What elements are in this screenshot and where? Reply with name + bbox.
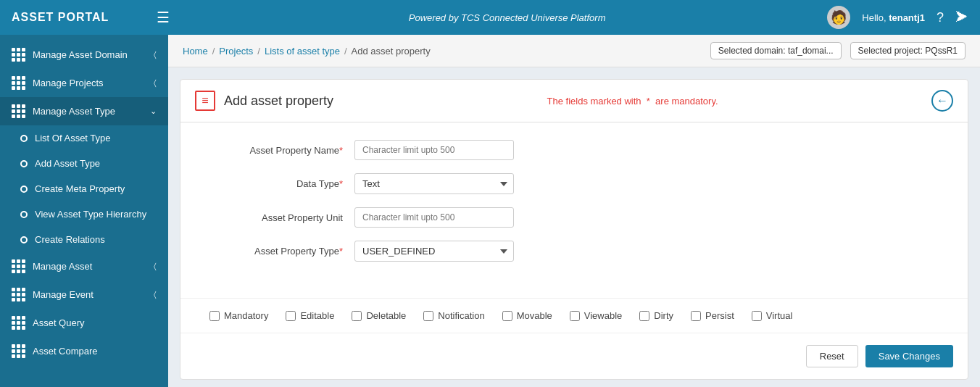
chevron-icon: 〈 bbox=[154, 290, 157, 299]
grid-icon bbox=[12, 76, 25, 90]
help-icon[interactable]: ? bbox=[937, 10, 944, 25]
sidebar-label: Asset Compare bbox=[33, 346, 98, 357]
form-row-name: Asset Property Name* bbox=[209, 140, 939, 160]
sidebar-item-manage-asset[interactable]: Manage Asset 〈 bbox=[0, 252, 168, 280]
sidebar-submenu: List Of Asset Type Add Asset Type Create… bbox=[0, 125, 168, 252]
sidebar-item-create-relations[interactable]: Create Relations bbox=[0, 227, 168, 252]
panel-icon bbox=[195, 91, 215, 111]
circle-icon bbox=[20, 135, 28, 142]
grid-icon bbox=[12, 344, 25, 358]
sidebar-item-asset-compare[interactable]: Asset Compare bbox=[0, 337, 168, 365]
header: ASSET PORTAL ☰ Powered by TCS Connected … bbox=[0, 0, 980, 35]
circle-icon bbox=[20, 236, 28, 244]
checkbox-mandatory[interactable]: Mandatory bbox=[209, 310, 268, 321]
checkbox-deletable-input[interactable] bbox=[352, 311, 362, 321]
app-logo: ASSET PORTAL bbox=[12, 11, 157, 24]
checkbox-mandatory-input[interactable] bbox=[209, 311, 220, 321]
sidebar-label: List Of Asset Type bbox=[35, 133, 111, 143]
circle-icon bbox=[20, 160, 28, 167]
sidebar-label: Manage Asset Domain bbox=[33, 49, 128, 60]
type-label: Asset Property Type* bbox=[209, 246, 354, 257]
unit-input[interactable] bbox=[354, 207, 514, 228]
sidebar-item-list-of-asset-type[interactable]: List Of Asset Type bbox=[0, 125, 168, 151]
sidebar-label: Asset Query bbox=[33, 317, 85, 328]
chevron-down-icon: ⌄ bbox=[150, 107, 157, 116]
grid-icon bbox=[12, 316, 25, 330]
header-tagline: Powered by TCS Connected Universe Platfo… bbox=[187, 12, 827, 23]
checkbox-viewable-input[interactable] bbox=[570, 311, 580, 321]
breadcrumb-home[interactable]: Home bbox=[183, 46, 208, 57]
checkbox-editable[interactable]: Editable bbox=[286, 310, 334, 321]
hamburger-icon[interactable]: ☰ bbox=[157, 9, 170, 26]
sidebar-item-add-asset-type[interactable]: Add Asset Type bbox=[0, 151, 168, 176]
unit-label: Asset Property Unit bbox=[209, 212, 354, 223]
sidebar-item-manage-asset-type[interactable]: Manage Asset Type ⌄ bbox=[0, 97, 168, 125]
mandatory-note: The fields marked with * are mandatory. bbox=[547, 96, 718, 107]
sidebar-item-view-hierarchy[interactable]: View Asset Type Hierarchy bbox=[0, 201, 168, 227]
sidebar-item-manage-event[interactable]: Manage Event 〈 bbox=[0, 280, 168, 309]
breadcrumb-bar: Home / Projects / Lists of asset type / … bbox=[168, 35, 980, 67]
layout: Manage Asset Domain 〈 Manage Projects 〈 … bbox=[0, 0, 980, 387]
sidebar-item-manage-projects[interactable]: Manage Projects 〈 bbox=[0, 69, 168, 97]
main-content: Home / Projects / Lists of asset type / … bbox=[168, 35, 980, 387]
form-body: Asset Property Name* Data Type* Text Num… bbox=[180, 122, 968, 292]
name-input[interactable] bbox=[354, 140, 514, 160]
checkbox-editable-input[interactable] bbox=[286, 311, 296, 321]
circle-icon bbox=[20, 186, 28, 193]
grid-icon bbox=[12, 259, 25, 273]
back-button[interactable]: ← bbox=[931, 90, 953, 112]
sidebar-label: View Asset Type Hierarchy bbox=[35, 209, 146, 220]
checkbox-deletable[interactable]: Deletable bbox=[352, 310, 406, 321]
chevron-icon: 〈 bbox=[154, 50, 157, 59]
name-label: Asset Property Name* bbox=[209, 145, 354, 156]
grid-icon bbox=[12, 288, 25, 301]
reset-button[interactable]: Reset bbox=[806, 345, 858, 367]
checkbox-viewable[interactable]: Viewable bbox=[570, 310, 623, 321]
action-row: Reset Save Changes bbox=[180, 333, 968, 379]
checkbox-notification[interactable]: Notification bbox=[423, 310, 484, 321]
breadcrumb-list[interactable]: Lists of asset type bbox=[265, 46, 340, 57]
header-right: 🧑 Hello, tenantj1 ? ⮞ bbox=[827, 6, 968, 29]
panel-title-group: Add asset property bbox=[195, 91, 333, 111]
logout-icon[interactable]: ⮞ bbox=[955, 10, 968, 25]
checkbox-persist-input[interactable] bbox=[691, 311, 701, 321]
checkbox-notification-input[interactable] bbox=[423, 311, 433, 321]
circle-icon bbox=[20, 211, 28, 218]
sidebar-label: Add Asset Type bbox=[35, 158, 100, 169]
checkbox-movable[interactable]: Movable bbox=[502, 310, 552, 321]
form-panel: Add asset property The fields marked wit… bbox=[180, 79, 968, 380]
grid-icon bbox=[12, 104, 25, 118]
sidebar-item-asset-query[interactable]: Asset Query bbox=[0, 309, 168, 337]
checkbox-persist[interactable]: Persist bbox=[691, 310, 734, 321]
sidebar-item-manage-asset-domain[interactable]: Manage Asset Domain 〈 bbox=[0, 41, 168, 69]
checkbox-movable-input[interactable] bbox=[502, 311, 512, 321]
data-type-select[interactable]: Text Number Boolean Date bbox=[354, 173, 514, 194]
form-row-unit: Asset Property Unit bbox=[209, 207, 939, 228]
sidebar-label: Create Relations bbox=[35, 234, 105, 245]
type-select[interactable]: USER_DEFINED SYSTEM_DEFINED bbox=[354, 241, 514, 262]
sidebar-label: Manage Asset bbox=[33, 261, 92, 272]
domain-selector[interactable]: Selected domain: taf_domai... bbox=[710, 42, 842, 59]
checkbox-virtual-input[interactable] bbox=[752, 311, 762, 321]
panel-header: Add asset property The fields marked wit… bbox=[180, 80, 968, 122]
sidebar-label: Manage Asset Type bbox=[33, 106, 115, 117]
checkbox-virtual[interactable]: Virtual bbox=[752, 310, 793, 321]
page-title: Add asset property bbox=[224, 93, 333, 109]
chevron-icon: 〈 bbox=[154, 262, 157, 271]
breadcrumb-projects[interactable]: Projects bbox=[219, 46, 253, 57]
breadcrumb-selectors: Selected domain: taf_domai... Selected p… bbox=[710, 42, 966, 59]
avatar: 🧑 bbox=[827, 6, 850, 29]
checkbox-row: Mandatory Editable Deletable Notificatio… bbox=[180, 298, 968, 333]
form-row-type: Asset Property Type* USER_DEFINED SYSTEM… bbox=[209, 241, 939, 262]
checkbox-dirty[interactable]: Dirty bbox=[639, 310, 673, 321]
data-type-label: Data Type* bbox=[209, 178, 354, 189]
save-button[interactable]: Save Changes bbox=[865, 345, 953, 367]
sidebar: Manage Asset Domain 〈 Manage Projects 〈 … bbox=[0, 35, 168, 387]
breadcrumb-current: Add asset property bbox=[352, 46, 431, 57]
sidebar-label: Manage Event bbox=[33, 289, 94, 300]
project-selector[interactable]: Selected project: PQssR1 bbox=[850, 42, 966, 59]
grid-icon bbox=[12, 48, 25, 62]
checkbox-dirty-input[interactable] bbox=[639, 311, 649, 321]
sidebar-item-create-meta-property[interactable]: Create Meta Property bbox=[0, 176, 168, 201]
user-greeting: Hello, tenantj1 bbox=[862, 12, 925, 23]
